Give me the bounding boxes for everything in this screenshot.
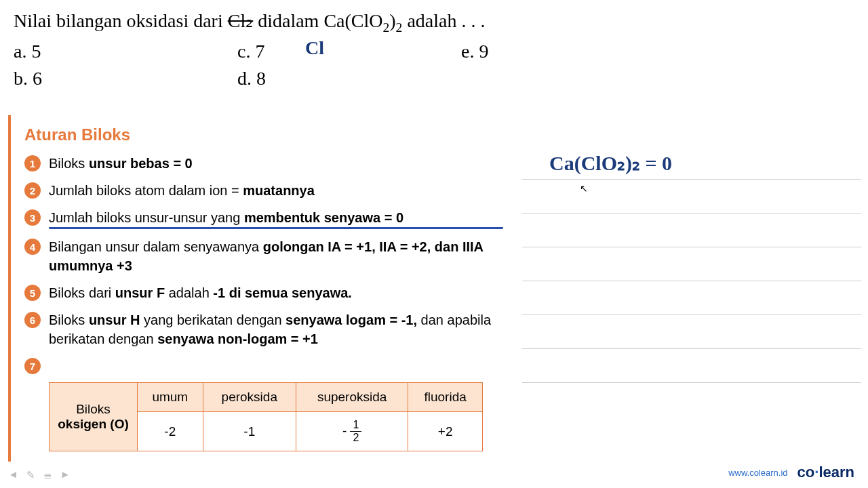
rule-item: 3Jumlah biloks unsur-unsur yang membentu… [24,208,503,229]
rule-text-6: Biloks unsur H yang berikatan dengan sen… [49,310,503,348]
option-b: b. 6 [14,68,237,89]
val-superoksida: - 12 [296,412,408,451]
rule-text-3: Jumlah biloks unsur-unsur yang membentuk… [49,208,503,229]
rule-item: 2Jumlah biloks atom dalam ion = muatanny… [24,181,503,200]
col-peroksida: peroksida [203,383,296,412]
bullet-7: 7 [24,358,41,374]
q-mid: didalam Ca(ClO [253,10,382,31]
pen-icon[interactable]: ✎ [26,469,35,481]
option-e: e. 9 [461,41,685,62]
col-umum: umum [138,383,203,412]
option-d: d. 8 [237,68,461,89]
footer-controls: ◄ ✎ ≣ ► [8,469,71,481]
logo-co: co [797,464,815,481]
q-strike: Cl₂ [228,10,253,31]
rowlabel-l1: Biloks [76,402,111,416]
q-prefix: Nilai bilangan oksidasi dari [14,10,228,31]
rule-item: 5Biloks dari unsur F adalah -1 di semua … [24,283,503,302]
bullet-2: 2 [24,182,41,199]
q-after1: ) [389,10,395,31]
question-text: Nilai bilangan oksidasi dari Cl₂ didalam… [0,0,868,37]
forward-icon[interactable]: ► [60,469,71,481]
bullet-3: 3 [24,209,41,226]
biloks-table: Biloks oksigen (O) umum peroksida supero… [49,382,483,451]
footer: www.colearn.id co·learn [728,464,854,481]
rules-card: Aturan Biloks 1Biloks unsur bebas = 02Ju… [8,115,517,462]
col-superoksida: superoksida [296,383,408,412]
cursor-icon: ↖ [580,183,588,195]
handwritten-cl: Cl [305,37,324,59]
val-umum: -2 [138,412,203,451]
footer-logo: co·learn [797,464,854,481]
option-c: c. 7 [237,41,461,62]
bullet-5: 5 [24,285,41,301]
rowlabel-l2: oksigen (O) [58,417,129,431]
rule-text-4: Bilangan unsur dalam senyawanya golongan… [49,237,503,275]
rule-item: 4Bilangan unsur dalam senyawanya golonga… [24,237,503,275]
rule-item: 1Biloks unsur bebas = 0 [24,154,503,173]
col-fluorida: fluorida [408,383,483,412]
rule-text-2: Jumlah biloks atom dalam ion = muatannya [49,181,503,200]
rule-7: 7 [24,357,503,374]
q-suffix: adalah . . . [402,10,485,31]
rule-text-5: Biloks dari unsur F adalah -1 di semua s… [49,283,503,302]
logo-learn: learn [818,464,854,481]
bullet-4: 4 [24,239,41,255]
q-sub1: 2 [382,20,389,35]
bullet-6: 6 [24,312,41,328]
handwritten-equation: Ca(ClO₂)₂ = 0 [549,151,672,175]
bullet-1: 1 [24,155,41,171]
list-icon[interactable]: ≣ [43,469,52,481]
rules-title: Aturan Biloks [24,125,503,144]
table-rowlabel: Biloks oksigen (O) [50,383,138,451]
q-sub2: 2 [396,20,403,35]
val-peroksida: -1 [203,412,296,451]
notes-area: Ca(ClO₂)₂ = 0 ↖ [522,146,861,403]
back-icon[interactable]: ◄ [8,469,18,481]
rule-text-1: Biloks unsur bebas = 0 [49,154,503,173]
val-fluorida: +2 [408,412,483,451]
option-a: a. 5 [14,41,237,62]
footer-link[interactable]: www.colearn.id [728,468,787,478]
rule-item: 6Biloks unsur H yang berikatan dengan se… [24,310,503,348]
options-row: a. 5 b. 6 c. 7 d. 8 e. 9 [0,37,868,98]
